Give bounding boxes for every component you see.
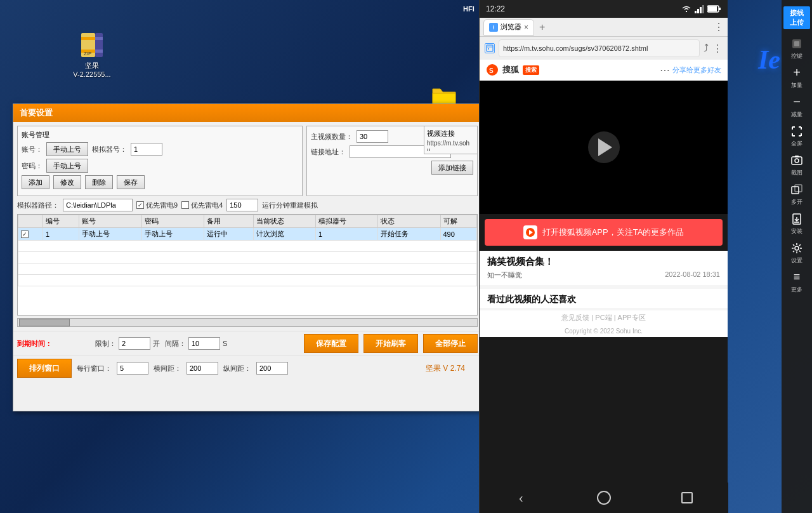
v-gap-label: 纵间距： (223, 364, 251, 373)
tab-close-btn[interactable]: × (524, 23, 528, 32)
save-btn[interactable]: 保存 (117, 175, 145, 189)
recents-btn[interactable] (676, 486, 698, 509)
svg-rect-24 (792, 157, 802, 164)
signal-icon (695, 4, 705, 13)
row-account: 手动上号 (79, 228, 141, 241)
arrange-window-btn[interactable]: 排列窗口 (17, 359, 72, 378)
icon-label-line1: 坚果 (85, 61, 99, 70)
add-btn[interactable]: 添加 (22, 175, 49, 189)
rb-add-btn[interactable]: + 加量 (783, 63, 811, 91)
col-emulator: 模拟器号 (316, 215, 378, 228)
fullscreen-label: 全屏 (791, 140, 802, 148)
add-link-btn[interactable]: 添加链接 (431, 161, 473, 175)
scrollbar-thumb[interactable] (19, 319, 70, 326)
connect-btn[interactable]: 接线上传 (783, 6, 810, 29)
desktop-icon-jg[interactable]: ZIP 坚果 V-2.22555... (73, 32, 111, 79)
browser-tab-label: 浏览器 (501, 22, 521, 32)
col-task: 状态 (378, 215, 440, 228)
rb-install-btn[interactable]: 安装 (783, 210, 811, 237)
icon-label-line2: V-2.22555... (73, 70, 110, 79)
add-label: 加量 (791, 81, 802, 90)
wifi-icon (681, 4, 692, 13)
video-player[interactable] (480, 81, 728, 214)
emulator-path-input[interactable] (63, 199, 133, 211)
android-nav-bar: ‹ (480, 483, 728, 513)
url-bar[interactable]: https://m.tv.sohu.com/sugs/sv370620872.s… (499, 39, 700, 57)
menu-icon[interactable]: ⋮ (712, 43, 723, 55)
more-label: 更多 (791, 286, 802, 294)
svg-rect-3 (81, 43, 95, 46)
rb-screenshot-btn[interactable]: 截图 (783, 151, 811, 179)
save-config-btn[interactable]: 保存配置 (304, 334, 358, 353)
table-row[interactable]: ✓ 1 手动上号 手动上号 运行中 计次浏览 1 开始任务 490 (18, 228, 477, 241)
copyright-text: Copyright © 2022 Sohu Inc. (480, 325, 728, 337)
row-password: 手动上号 (141, 228, 204, 241)
stop-all-btn[interactable]: 全部停止 (423, 334, 478, 353)
password-btn[interactable]: 手动上号 (46, 159, 88, 173)
rb-settings-btn[interactable]: 设置 (783, 239, 811, 267)
video-link-value: https://m.tv.sohu... (427, 140, 475, 151)
sohu-logo: S (486, 63, 499, 76)
rb-minus-btn[interactable]: − 减量 (783, 93, 811, 121)
share-label: 分享给更多好友 (672, 65, 721, 75)
tab-menu-dots[interactable]: ⋮ (714, 21, 724, 33)
install-icon (790, 212, 804, 226)
app-promo-button[interactable]: 打开搜狐视频APP，关注TA的更多作品 (485, 219, 723, 246)
row-task-status: 开始任务 (378, 228, 440, 241)
rebuild-interval-input[interactable] (226, 199, 258, 211)
video-link-label: 视频连接 (427, 129, 475, 138)
browser-tab-bar: 浏览器 × + ⋮ (480, 18, 728, 37)
control-label: 控键 (791, 52, 802, 60)
video-title: 搞笑视频合集！ (487, 256, 720, 268)
svg-rect-26 (795, 156, 799, 157)
h-gap-input[interactable] (187, 362, 218, 375)
svg-rect-15 (708, 6, 717, 11)
back-btn[interactable]: ‹ (509, 486, 532, 509)
share-icon[interactable]: ⤴ (704, 43, 709, 55)
emulator-input[interactable] (131, 143, 162, 156)
right-controls-panel: 接线上传 控键 + 加量 − 减量 全屏 (782, 0, 812, 513)
search-badge: 搜索 (523, 65, 539, 75)
start-tasks-btn[interactable]: 开始刷客 (363, 334, 418, 353)
rb-fullscreen-btn[interactable]: 全屏 (783, 122, 811, 150)
checkbox-lei9[interactable]: ✓ (136, 201, 144, 209)
limit-label: 限制： (95, 339, 116, 349)
svg-rect-14 (719, 8, 721, 10)
rb-multi-btn[interactable]: 多开 (783, 180, 811, 208)
col-available: 可解 (440, 215, 477, 228)
settings-icon (790, 241, 804, 255)
emulator-path-label: 模拟器路径： (17, 201, 59, 210)
ie-icon[interactable]: Ie (758, 44, 780, 75)
interval-input[interactable] (188, 337, 220, 350)
search-row: S 搜狐 搜索 ⋯ 分享给更多好友 (480, 60, 728, 81)
rb-control-btn[interactable]: 控键 (783, 34, 811, 62)
delete-btn[interactable]: 删除 (85, 175, 113, 189)
main-video-count-input[interactable] (357, 130, 388, 143)
share-button[interactable]: ⋯ 分享给更多好友 (660, 64, 721, 76)
promo-icon (523, 225, 537, 239)
password-label: 密码： (22, 161, 43, 171)
checkbox-lei4[interactable] (181, 201, 189, 209)
browser-tab-active[interactable]: 浏览器 × (483, 19, 534, 36)
row-emulator-num: 1 (316, 228, 378, 241)
svg-rect-12 (702, 5, 704, 13)
v-gap-input[interactable] (256, 362, 288, 375)
back-icon: ‹ (519, 491, 523, 505)
multi-icon (790, 183, 804, 197)
account-number-btn[interactable]: 手动上号 (46, 142, 88, 156)
row-check[interactable]: ✓ (18, 228, 43, 241)
modify-btn[interactable]: 修改 (53, 175, 81, 189)
home-btn[interactable] (593, 486, 615, 509)
video-date: 2022-08-02 18:31 (665, 270, 720, 280)
fullscreen-icon (790, 124, 804, 138)
control-icon (790, 37, 804, 51)
rb-more-btn[interactable]: ≡ 更多 (783, 268, 811, 296)
per-window-input[interactable] (117, 362, 148, 375)
play-button[interactable] (588, 131, 620, 163)
svg-text:ZIP: ZIP (84, 51, 91, 57)
new-tab-btn[interactable]: + (539, 22, 545, 33)
app-titlebar: 首要设置 (13, 104, 481, 122)
h-scrollbar[interactable] (17, 318, 478, 327)
limit-input[interactable] (119, 337, 150, 350)
account-number-label: 账号： (22, 145, 43, 154)
